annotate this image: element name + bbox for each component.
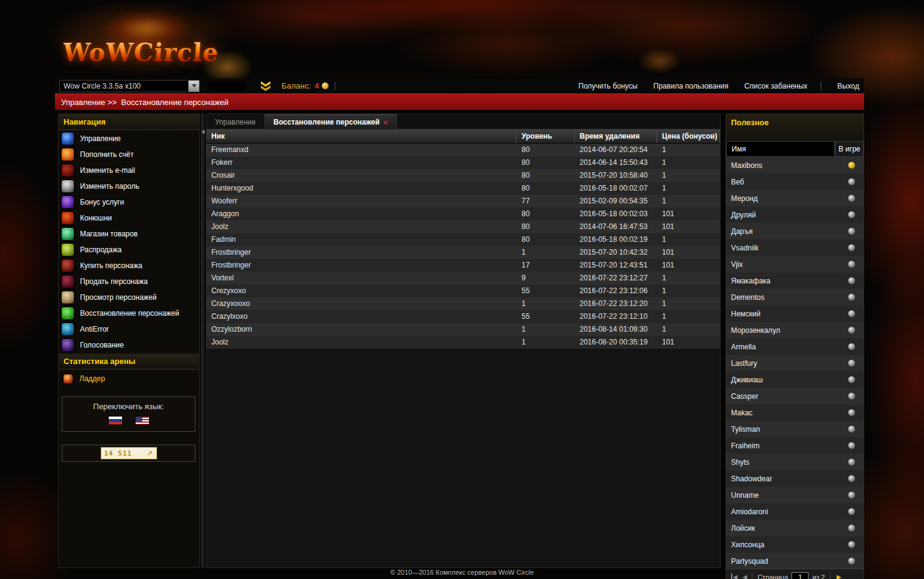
list-item[interactable]: Даръя bbox=[726, 223, 864, 239]
sidebar-item-ladder[interactable]: Ладдер bbox=[59, 371, 199, 387]
cell-deleted-time: 2016-05-18 00:02:03 bbox=[575, 208, 657, 220]
sidebar-item[interactable]: Магазин товаров bbox=[59, 226, 199, 242]
table-row[interactable]: Crazylxoxo 55 2016-07-22 23:12:10 1 bbox=[206, 310, 720, 323]
table-row[interactable]: Joolz 80 2014-07-06 16:47:53 101 bbox=[206, 220, 720, 233]
server-select[interactable]: Wow Circle 3.3.5a x100 bbox=[59, 80, 200, 92]
sidebar-item[interactable]: Управление bbox=[59, 131, 199, 147]
rules-link[interactable]: Правила пользования bbox=[653, 82, 729, 90]
banned-list-link[interactable]: Список забаненых bbox=[744, 82, 807, 90]
table-row[interactable]: Frostbringer 1 2015-07-20 10:42:32 101 bbox=[206, 246, 720, 259]
column-header-price[interactable]: Цена (бонусов) bbox=[657, 129, 720, 143]
list-item[interactable]: Dementos bbox=[726, 289, 864, 305]
table-row[interactable]: Freemanxd 80 2014-06-07 20:20:54 1 bbox=[206, 144, 720, 156]
list-item[interactable]: Немский bbox=[726, 305, 864, 322]
russian-flag-icon[interactable] bbox=[108, 416, 123, 425]
list-item[interactable]: Хилсонца bbox=[726, 536, 864, 553]
table-row[interactable]: Fadmin 80 2016-05-18 00:02:19 1 bbox=[206, 233, 720, 246]
list-item[interactable]: Makac bbox=[726, 404, 864, 421]
table-row[interactable]: Crazyxooxo 1 2016-07-22 23:12:20 1 bbox=[206, 297, 720, 310]
sidebar-item[interactable]: Изменить e-mail bbox=[59, 162, 199, 178]
table-row[interactable]: Wooferr 77 2015-02-09 00:54:35 1 bbox=[206, 195, 720, 208]
tab-management[interactable]: Управление bbox=[206, 114, 264, 129]
online-status-icon bbox=[848, 475, 855, 482]
tab-restore-characters[interactable]: Восстановление персонажей × bbox=[264, 114, 397, 129]
list-item[interactable]: Unname bbox=[726, 487, 864, 503]
table-row[interactable]: Frostbringer 17 2015-07-20 12:43:51 101 bbox=[206, 259, 720, 272]
get-bonuses-link[interactable]: Получить бонусы bbox=[578, 82, 638, 90]
column-header-name[interactable]: Имя bbox=[726, 141, 835, 157]
list-item[interactable]: Дживиаш bbox=[726, 371, 864, 388]
list-item[interactable]: Лойсик bbox=[726, 520, 864, 536]
table-row[interactable]: Hunterxgood 80 2016-05-18 00:02:07 1 bbox=[206, 182, 720, 195]
shop-icon bbox=[61, 227, 75, 241]
close-icon[interactable]: × bbox=[384, 118, 388, 127]
table-row[interactable]: Fokerr 80 2014-06-14 15:50:43 1 bbox=[206, 156, 720, 169]
collapse-panel-handle[interactable] bbox=[201, 114, 205, 568]
friend-name: Веб bbox=[731, 178, 744, 186]
list-item[interactable]: Shadowdear bbox=[726, 470, 864, 487]
sidebar-item[interactable]: Пополнить счёт bbox=[59, 147, 199, 162]
friend-name: Vsadniik bbox=[731, 244, 758, 252]
sidebar-item[interactable]: Бонус услуги bbox=[59, 194, 199, 210]
list-item[interactable]: Vsadniik bbox=[726, 239, 864, 256]
list-item[interactable]: Tylisman bbox=[726, 421, 864, 437]
sidebar-item[interactable]: Купить персонажа bbox=[59, 258, 199, 274]
cell-deleted-time: 2015-07-20 10:42:32 bbox=[575, 246, 657, 259]
logout-link[interactable]: Выход bbox=[837, 82, 859, 90]
cell-price: 1 bbox=[657, 182, 720, 195]
online-status-icon bbox=[848, 541, 855, 548]
list-item[interactable]: Vjix bbox=[726, 256, 864, 272]
chevron-down-icon[interactable] bbox=[188, 81, 199, 92]
list-item[interactable]: Maxibons bbox=[726, 157, 864, 173]
table-row[interactable]: Joolz 1 2016-08-20 00:35:19 101 bbox=[206, 336, 720, 349]
table-row[interactable]: Crezyxoxo 55 2016-07-22 23:12:06 1 bbox=[206, 285, 720, 297]
list-item[interactable]: Друляй bbox=[726, 206, 864, 223]
sidebar-item[interactable]: AntiError bbox=[59, 321, 199, 337]
table-row[interactable]: Vortexl 9 2016-07-22 23:12:27 1 bbox=[206, 272, 720, 285]
visitor-counter[interactable]: 14 511 ↗ bbox=[101, 447, 157, 459]
sidebar-item[interactable]: Продать персонажа bbox=[59, 274, 199, 290]
sidebar-item[interactable]: Голосование bbox=[59, 337, 199, 353]
english-flag-icon[interactable] bbox=[135, 416, 150, 425]
email-icon bbox=[61, 164, 75, 177]
column-header-level[interactable]: Уровень bbox=[517, 129, 575, 143]
list-item[interactable]: Веб bbox=[726, 173, 864, 190]
sidebar-item[interactable]: Конюшни bbox=[59, 210, 199, 226]
column-header-deleted-time[interactable]: Время удаления bbox=[575, 129, 657, 143]
friend-name: Amiodaroni bbox=[731, 508, 768, 516]
list-item[interactable]: Armella bbox=[726, 338, 864, 355]
server-select-value: Wow Circle 3.3.5a x100 bbox=[60, 82, 188, 90]
list-item[interactable]: Морозенкалул bbox=[726, 322, 864, 338]
list-item[interactable]: Fraiheim bbox=[726, 437, 864, 454]
sidebar-item[interactable]: Изменить пароль bbox=[59, 178, 199, 194]
friend-name: Vjix bbox=[731, 260, 743, 269]
list-item[interactable]: Shyts bbox=[726, 454, 864, 470]
sidebar-item-label: Продать персонажа bbox=[80, 277, 148, 286]
sidebar-item-label: Конюшни bbox=[80, 214, 112, 222]
cell-deleted-time: 2014-06-07 20:20:54 bbox=[575, 144, 657, 156]
list-item[interactable]: Cassper bbox=[726, 388, 864, 404]
list-item[interactable]: Amiodaroni bbox=[726, 503, 864, 520]
cell-price: 101 bbox=[657, 246, 720, 259]
table-row[interactable]: Crosair 80 2015-07-20 10:58:40 1 bbox=[206, 169, 720, 182]
table-row[interactable]: Ozzylozborn 1 2016-08-14 01:09:30 1 bbox=[206, 323, 720, 336]
column-header-nick[interactable]: Ник bbox=[206, 129, 517, 143]
list-item[interactable]: Меронд bbox=[726, 190, 864, 206]
cell-price: 1 bbox=[657, 272, 720, 285]
sidebar-item[interactable]: Распродажа bbox=[59, 242, 199, 258]
column-header-ingame[interactable]: В игре bbox=[835, 141, 864, 157]
wowcircle-logo[interactable]: WoWCircle bbox=[62, 38, 220, 67]
cell-level: 80 bbox=[517, 144, 575, 156]
sell-character-icon bbox=[61, 275, 75, 288]
table-row[interactable]: Araggon 80 2016-05-18 00:02:03 101 bbox=[206, 208, 720, 220]
list-item[interactable]: Lastfury bbox=[726, 355, 864, 371]
useful-panel: Полезное Имя В игре Maxibons Веб Меронд … bbox=[726, 114, 864, 579]
sidebar-item-label: Управление bbox=[80, 134, 121, 143]
list-item[interactable]: Partysquad bbox=[726, 553, 864, 569]
friend-name: Лойсик bbox=[731, 524, 755, 533]
sidebar-item[interactable]: Восстановление персонажей bbox=[59, 305, 199, 321]
cell-nick: Crezyxoxo bbox=[206, 285, 517, 297]
sidebar-item[interactable]: Просмотр персонажей bbox=[59, 290, 199, 305]
list-item[interactable]: Ямакафака bbox=[726, 272, 864, 289]
censored-account-name bbox=[208, 81, 246, 90]
